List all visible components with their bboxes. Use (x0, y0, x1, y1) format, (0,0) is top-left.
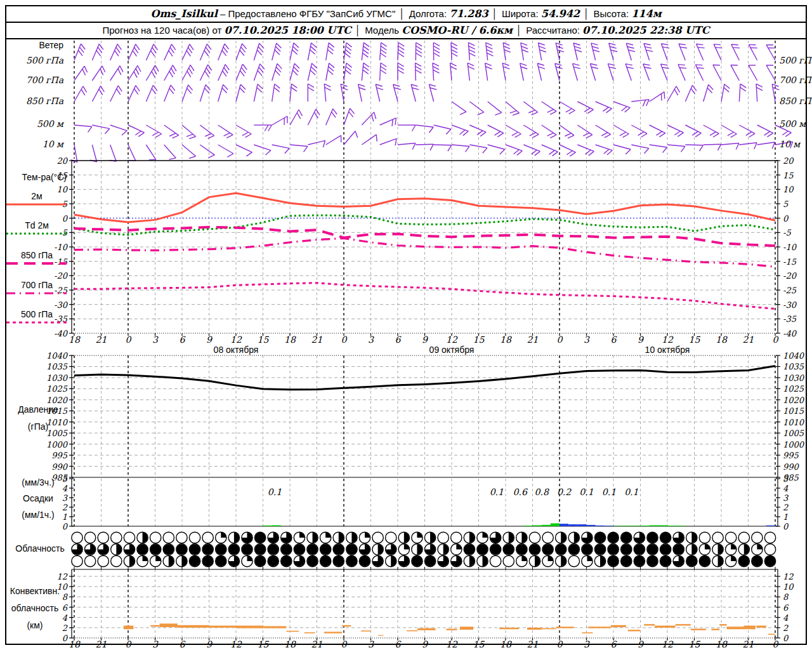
cloud-okta-symbol (372, 532, 383, 543)
pressure-ytick-right: 1015 (783, 406, 804, 416)
precip-bar (551, 524, 560, 527)
cloud-okta-symbol (503, 555, 514, 566)
cloud-okta-symbol (176, 532, 187, 543)
pressure-ytick-right: 1000 (783, 440, 805, 449)
precip-ytick-right: 3 (783, 493, 789, 503)
hour-label-bottom: 15 (689, 639, 701, 649)
precip-bar (587, 525, 596, 526)
hour-label: 3 (368, 335, 374, 345)
temp-ytick-right: -40 (783, 329, 797, 338)
conv-ytick-left: 12 (56, 572, 67, 581)
hour-label-bottom: 6 (180, 639, 186, 649)
cloud-okta-symbol (490, 555, 501, 566)
convective-cloud-bar (542, 628, 556, 630)
conv-ytick-right: 10 (783, 582, 794, 592)
wind-level-label-left: 10 м (43, 139, 65, 149)
precip-ytick-left: 2 (62, 503, 68, 512)
wind-barbs-panel (71, 43, 793, 162)
precip-amount-label: 0.6 (513, 487, 528, 497)
convective-cloud-bar (378, 635, 384, 636)
convective-cloud-bar (417, 628, 435, 630)
convective-cloud-bar (743, 626, 755, 628)
convective-cloud-bar (236, 626, 263, 628)
hour-label: 3 (152, 335, 159, 345)
hour-label-bottom: 21 (96, 639, 107, 649)
legend-entry-label: Td 2м (25, 220, 49, 230)
pressure-ytick-left: 1005 (46, 428, 68, 438)
hour-label: 3 (584, 335, 590, 345)
wind-level-label-right: 850 гПа (779, 96, 812, 106)
wind-level-label-right: 500 гПа (779, 55, 812, 65)
hour-label: 6 (611, 335, 617, 345)
temp-ytick-right: 10 (783, 185, 794, 194)
precip-ytick-right: 4 (783, 484, 789, 493)
hour-label-bottom: 3 (152, 639, 159, 649)
hour-label: 0 (773, 335, 779, 345)
convective-cloud-bar (286, 631, 299, 632)
convective-cloud-bar (768, 634, 775, 635)
legend-entry-label: 850 гПа (21, 250, 53, 260)
hour-label-bottom: 9 (206, 639, 213, 649)
precip-unit-1h: (мм/1ч.) (22, 510, 54, 520)
temp-ytick-left: 20 (56, 156, 68, 166)
hour-label: 18 (716, 335, 728, 345)
pressure-ytick-left: 1000 (46, 440, 69, 449)
precip-ytick-left: 0 (62, 522, 69, 531)
hour-label-bottom: 21 (743, 639, 754, 649)
precip-bar (631, 526, 640, 526)
precip-ytick-right: 0 (783, 522, 789, 531)
hour-label: 0 (126, 335, 132, 345)
convective-cloud-bar (263, 626, 287, 628)
precip-ytick-left: 5 (62, 474, 68, 484)
hour-label-bottom: 0 (341, 639, 348, 649)
temp-ytick-right: 5 (783, 199, 789, 209)
cloud-okta-symbol (438, 532, 449, 543)
hour-label: 12 (446, 335, 458, 345)
convective-cloud-bar (582, 632, 593, 633)
cloud-okta-symbol (124, 532, 134, 543)
hour-label-bottom: 0 (773, 639, 779, 649)
temp-ytick-left: 0 (62, 214, 69, 223)
convective-cloud-bar (361, 630, 371, 632)
hour-label-bottom: 21 (311, 639, 323, 649)
pressure-ytick-left: 1030 (46, 373, 69, 383)
hour-label: 6 (395, 335, 402, 345)
pressure-ytick-right: 995 (783, 451, 799, 460)
pressure-ytick-right: 1010 (783, 418, 805, 427)
cloud-okta-symbol (202, 532, 213, 543)
temp-ytick-right: -10 (783, 242, 797, 252)
convective-cloud-bar (124, 626, 134, 630)
cloud-okta-symbol (189, 532, 200, 543)
convective-cloud-bar (304, 632, 315, 633)
convective-title: (км) (27, 620, 43, 630)
hour-label-bottom: 18 (69, 639, 81, 649)
cloud-okta-symbol (72, 532, 82, 543)
precip-ytick-right: 1 (783, 512, 788, 522)
cloud-okta-symbol (568, 555, 579, 566)
temp-ytick-right: 20 (783, 156, 794, 166)
conv-ytick-right: 8 (783, 592, 789, 602)
precip-bar (568, 524, 577, 526)
hour-label: 15 (258, 335, 270, 345)
conv-ytick-left: 0 (62, 633, 69, 643)
cloud-okta-symbol (738, 532, 749, 543)
temp-ytick-right: -30 (783, 300, 797, 310)
pressure-ytick-left: 990 (51, 462, 69, 472)
hour-label: 0 (557, 335, 563, 345)
hour-label-bottom: 6 (611, 639, 617, 649)
hour-label-bottom: 9 (638, 639, 644, 649)
precip-bar (650, 526, 658, 527)
precip-bar (641, 526, 650, 526)
convective-cloud-bar (527, 628, 542, 630)
pressure-ytick-right: 1020 (783, 395, 805, 405)
cloud-okta-symbol (764, 544, 775, 555)
precip-bar (523, 526, 532, 526)
hour-label: 21 (527, 335, 539, 345)
pressure-unit: (гПа) (28, 421, 48, 432)
convective-title: Конвективн. (10, 586, 60, 596)
legend-entry-label: 500 гПа (21, 309, 53, 319)
precip-ytick-left: 1 (62, 512, 67, 522)
precip-amount-label: 0.1 (268, 487, 282, 497)
temperature-title: Тем-ра(°C) (22, 172, 67, 182)
pressure-ytick-left: 995 (51, 451, 68, 460)
